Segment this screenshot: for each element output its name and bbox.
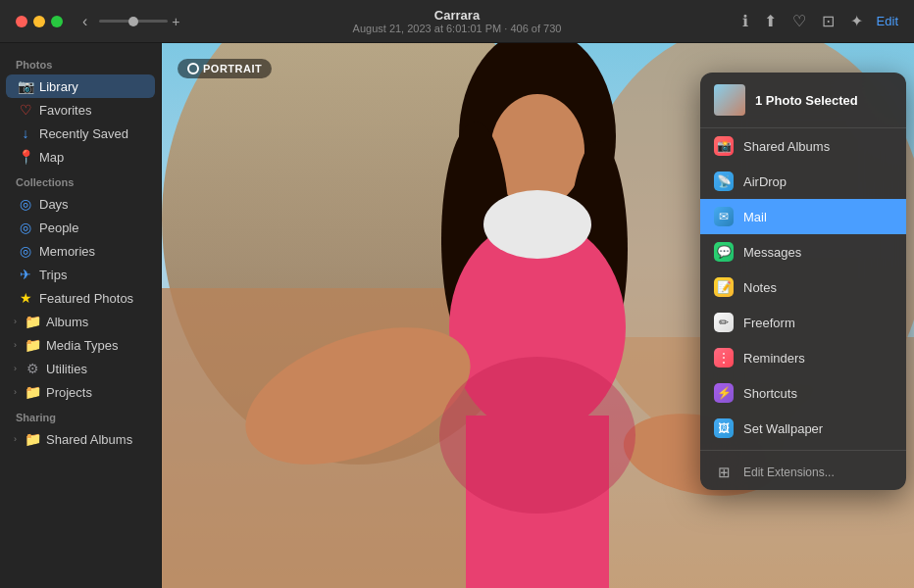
media-types-icon: 📁 xyxy=(25,337,40,353)
zoom-plus-icon: + xyxy=(172,14,179,29)
sidebar-item-trips[interactable]: ✈ Trips xyxy=(6,263,155,286)
sidebar-section-sharing: Sharing xyxy=(0,404,161,427)
share-item-shared-albums[interactable]: 📸 Shared Albums xyxy=(700,128,906,164)
sidebar-item-days[interactable]: ◎ Days xyxy=(6,192,155,216)
share-label-set-wallpaper: Set Wallpaper xyxy=(743,421,823,436)
share-label-freeform: Freeform xyxy=(743,316,795,330)
share-item-shortcuts[interactable]: ⚡ Shortcuts xyxy=(700,375,906,411)
titlebar-left: ‹ + xyxy=(16,11,180,32)
share-item-edit-extensions[interactable]: ⊞ Edit Extensions... xyxy=(700,455,906,490)
sidebar-item-favorites[interactable]: ♡ Favorites xyxy=(6,98,155,122)
zoom-slider[interactable] xyxy=(99,20,168,23)
back-button[interactable]: ‹ xyxy=(78,11,91,32)
share-item-airdrop[interactable]: 📡 AirDrop xyxy=(700,164,906,199)
albums-arrow-icon: › xyxy=(14,317,17,326)
sidebar-label-utilities: Utilities xyxy=(46,362,87,376)
sidebar: Photos 📷 Library ♡ Favorites ↓ Recently … xyxy=(0,43,162,588)
share-item-mail[interactable]: ✉ Mail xyxy=(700,199,906,234)
sidebar-item-shared-albums[interactable]: › 📁 Shared Albums xyxy=(6,427,155,451)
sidebar-label-days: Days xyxy=(39,197,69,212)
titlebar-right: ℹ ⬆ ♡ ⊡ ✦ Edit xyxy=(740,10,898,32)
days-icon: ◎ xyxy=(18,196,33,212)
favorites-icon: ♡ xyxy=(18,102,33,118)
titlebar: ‹ + Carrara August 21, 2023 at 6:01:01 P… xyxy=(0,0,914,43)
traffic-lights xyxy=(16,16,63,27)
freeform-app-icon: ✏ xyxy=(714,313,734,332)
projects-icon: 📁 xyxy=(25,384,40,400)
sidebar-item-people[interactable]: ◎ People xyxy=(6,216,155,239)
notes-app-icon: 📝 xyxy=(714,277,734,297)
featured-photos-icon: ★ xyxy=(18,290,33,306)
reminders-app-icon: ⋮ xyxy=(714,348,734,368)
sidebar-label-albums: Albums xyxy=(46,315,88,329)
map-icon: 📍 xyxy=(18,149,33,165)
portrait-label: PORTRAIT xyxy=(203,63,262,74)
mail-app-icon: ✉ xyxy=(714,207,734,226)
close-button[interactable] xyxy=(16,16,27,27)
share-menu-divider xyxy=(700,450,906,451)
projects-arrow-icon: › xyxy=(14,387,17,397)
sidebar-item-featured-photos[interactable]: ★ Featured Photos xyxy=(6,286,155,310)
sidebar-section-photos: Photos xyxy=(0,51,161,74)
trips-icon: ✈ xyxy=(18,267,33,282)
minimize-button[interactable] xyxy=(33,16,45,27)
share-label-shared-albums: Shared Albums xyxy=(743,139,830,154)
photo-area: PORTRAIT 1 Photo Selected 📸 Shared Album… xyxy=(162,43,914,588)
shared-albums-app-icon: 📸 xyxy=(714,136,734,156)
sidebar-item-memories[interactable]: ◎ Memories xyxy=(6,239,155,263)
share-button[interactable]: ⬆ xyxy=(762,10,779,32)
share-item-reminders[interactable]: ⋮ Reminders xyxy=(700,340,906,375)
library-icon: 📷 xyxy=(18,78,33,94)
share-label-mail: Mail xyxy=(743,210,767,224)
sidebar-label-memories: Memories xyxy=(39,244,95,259)
utilities-arrow-icon: › xyxy=(14,364,17,373)
share-label-notes: Notes xyxy=(743,280,777,295)
share-item-freeform[interactable]: ✏ Freeform xyxy=(700,305,906,340)
shared-albums-icon: 📁 xyxy=(25,431,40,447)
share-popup: 1 Photo Selected 📸 Shared Albums 📡 AirDr… xyxy=(700,73,906,490)
sidebar-item-recently-saved[interactable]: ↓ Recently Saved xyxy=(6,122,155,145)
svg-point-11 xyxy=(483,190,591,259)
share-thumbnail xyxy=(714,84,745,116)
sidebar-item-albums[interactable]: › 📁 Albums xyxy=(6,310,155,333)
share-item-set-wallpaper[interactable]: 🖼 Set Wallpaper xyxy=(700,411,906,446)
sidebar-label-people: People xyxy=(39,220,78,235)
share-label-airdrop: AirDrop xyxy=(743,174,787,189)
magic-button[interactable]: ✦ xyxy=(848,10,865,32)
sidebar-item-map[interactable]: 📍 Map xyxy=(6,145,155,169)
albums-icon: 📁 xyxy=(25,314,40,329)
sidebar-label-trips: Trips xyxy=(39,268,67,282)
sidebar-label-featured-photos: Featured Photos xyxy=(39,291,133,306)
crop-button[interactable]: ⊡ xyxy=(820,10,837,32)
edit-button[interactable]: Edit xyxy=(877,14,898,28)
sidebar-label-shared-albums: Shared Albums xyxy=(46,432,132,447)
info-button[interactable]: ℹ xyxy=(740,10,750,32)
sidebar-item-projects[interactable]: › 📁 Projects xyxy=(6,380,155,404)
messages-app-icon: 💬 xyxy=(714,242,734,262)
favorite-button[interactable]: ♡ xyxy=(790,10,808,32)
svg-point-15 xyxy=(439,357,635,514)
shortcuts-app-icon: ⚡ xyxy=(714,383,734,403)
share-item-notes[interactable]: 📝 Notes xyxy=(700,270,906,305)
sidebar-section-collections: Collections xyxy=(0,169,161,192)
window-subtitle: August 21, 2023 at 6:01:01 PM · 406 of 7… xyxy=(353,23,562,34)
maximize-button[interactable] xyxy=(51,16,63,27)
memories-icon: ◎ xyxy=(18,243,33,259)
sidebar-label-favorites: Favorites xyxy=(39,103,91,118)
share-item-messages[interactable]: 💬 Messages xyxy=(700,234,906,270)
media-types-arrow-icon: › xyxy=(14,340,17,350)
share-popup-header: 1 Photo Selected xyxy=(700,73,906,128)
main-content: Photos 📷 Library ♡ Favorites ↓ Recently … xyxy=(0,43,914,588)
titlebar-center: Carrara August 21, 2023 at 6:01:01 PM · … xyxy=(353,8,562,34)
airdrop-app-icon: 📡 xyxy=(714,172,734,191)
share-label-messages: Messages xyxy=(743,245,801,260)
sidebar-item-media-types[interactable]: › 📁 Media Types xyxy=(6,333,155,357)
shared-albums-arrow-icon: › xyxy=(14,434,17,444)
sidebar-item-utilities[interactable]: › ⚙ Utilities xyxy=(6,357,155,380)
share-label-shortcuts: Shortcuts xyxy=(743,386,797,401)
utilities-icon: ⚙ xyxy=(25,361,40,376)
sidebar-item-library[interactable]: 📷 Library xyxy=(6,74,155,98)
portrait-badge: PORTRAIT xyxy=(178,59,272,78)
share-label-edit-extensions: Edit Extensions... xyxy=(743,466,835,479)
sidebar-label-media-types: Media Types xyxy=(46,338,118,353)
